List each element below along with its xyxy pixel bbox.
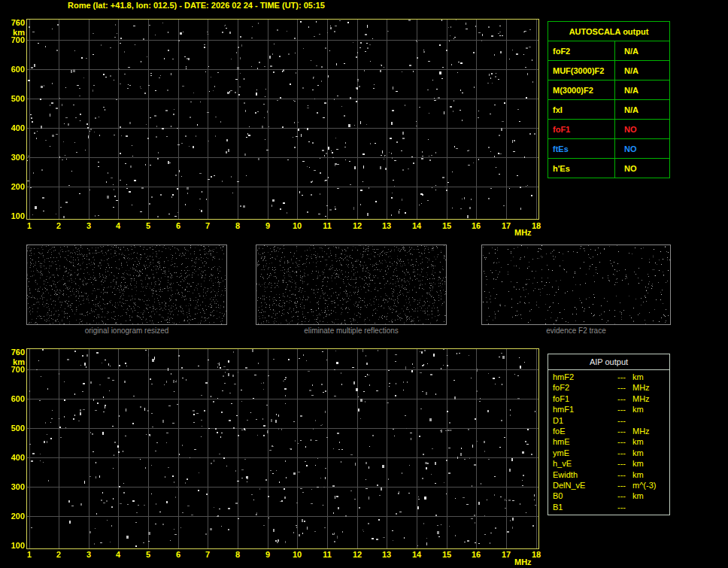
- aip-param-label: B1: [548, 502, 617, 512]
- autoscala-row-hes: h'EsNO: [548, 159, 670, 178]
- aip-param-unit: [632, 502, 669, 512]
- autoscala-row-fxi: fxIN/A: [548, 100, 670, 120]
- panel-caption-eliminate-reflections: eliminate multiple reflections: [256, 327, 447, 335]
- x-axis-tick-label: 16: [468, 550, 484, 559]
- aip-param-value: ---: [617, 502, 632, 512]
- aip-rows-container: hmF2---kmfoF2---MHzfoF1---MHzhmF1---kmD1…: [548, 370, 669, 515]
- x-axis-tick-label: 14: [408, 221, 425, 230]
- y-axis-tick-label: 400: [3, 453, 25, 462]
- aip-param-unit: km: [632, 436, 669, 447]
- x-axis-tick-label: 10: [289, 221, 305, 230]
- aip-param-value: ---: [617, 393, 632, 404]
- aip-param-label: hmF1: [548, 404, 617, 415]
- aip-param-label: D1: [548, 415, 617, 426]
- aip-row-hve: h_vE---km: [548, 458, 669, 469]
- x-axis-tick-label: 3: [80, 550, 97, 559]
- aip-param-value: ---: [617, 458, 632, 469]
- autoscala-param-label: fxI: [548, 100, 615, 120]
- aip-param-label: h_vE: [548, 458, 617, 469]
- y-axis-tick-label: 300: [3, 153, 25, 162]
- autoscala-param-label: MUF(3000)F2: [548, 61, 615, 80]
- station-date-time-title: Rome (lat: +41.8, lon: 012.5) - DATE: 20…: [68, 1, 325, 10]
- aip-row-d1: D1---: [548, 415, 669, 426]
- aip-row-b0: B0---km: [548, 491, 669, 501]
- autoscala-param-value: NO: [615, 159, 670, 178]
- autoscala-header-row: AUTOSCALA output: [548, 22, 670, 41]
- aip-param-label: hmE: [548, 436, 617, 447]
- x-axis-tick-label: 12: [349, 221, 366, 230]
- aip-row-foe: foE---MHz: [548, 426, 669, 436]
- y-axis-tick-label: 200: [3, 512, 25, 521]
- autoscala-param-label: ftEs: [548, 139, 615, 159]
- x-axis-tick-label: 16: [468, 221, 484, 230]
- aip-param-unit: km: [632, 404, 669, 415]
- y-axis-tick-label: 500: [3, 94, 25, 103]
- x-axis-tick-label: 17: [498, 221, 514, 230]
- aip-param-unit: km: [632, 491, 669, 501]
- aip-row-hme: hmE---km: [548, 436, 669, 447]
- autoscala-output-table: AUTOSCALA output foF2N/AMUF(3000)F2N/AM(…: [548, 21, 670, 178]
- x-axis-tick-label: 8: [229, 221, 246, 230]
- aip-param-label: foF2: [548, 382, 617, 393]
- x-axis-tick-label: 7: [199, 221, 216, 230]
- ionogram-top-plot: [26, 19, 539, 220]
- autoscala-param-label: M(3000)F2: [548, 80, 615, 100]
- aip-table-header: AIP output: [548, 354, 669, 370]
- autoscala-row-muf3000f2: MUF(3000)F2N/A: [548, 61, 670, 80]
- panel-original-ionogram: [26, 245, 227, 325]
- x-axis-tick-label: 13: [378, 221, 395, 230]
- panel-eliminate-multiple-reflections: [256, 245, 447, 325]
- aip-param-label: foF1: [548, 393, 617, 404]
- autoscala-param-label: h'Es: [548, 159, 615, 178]
- autoscala-param-label: foF1: [548, 120, 615, 139]
- aip-row-yme: ymE---km: [548, 448, 669, 458]
- x-axis-tick-label: 9: [259, 550, 276, 559]
- aip-param-unit: MHz: [632, 393, 669, 404]
- y-axis-tick-label: 500: [3, 424, 25, 433]
- aip-param-value: ---: [617, 448, 632, 458]
- x-axis-tick-label: 4: [110, 221, 126, 230]
- aip-param-value: ---: [617, 469, 632, 480]
- aip-row-delnve: DelN_vE---m^(-3): [548, 480, 669, 491]
- aip-row-hmf1: hmF1---km: [548, 404, 669, 415]
- y-axis-tick-label: 100: [3, 541, 25, 550]
- aip-row-fof2: foF2---MHz: [548, 382, 669, 393]
- x-axis-tick-label: 18: [528, 221, 544, 230]
- panel-evidence-f2-trace: [481, 245, 671, 325]
- autoscala-param-value: NO: [615, 139, 670, 159]
- y-axis-tick-label: 200: [3, 182, 25, 191]
- autoscala-param-label: foF2: [548, 41, 615, 61]
- autoscala-param-value: N/A: [615, 80, 670, 100]
- aip-output-table: AIP output hmF2---kmfoF2---MHzfoF1---MHz…: [548, 354, 670, 515]
- aip-row-hmf2: hmF2---km: [548, 372, 669, 382]
- y-axis-tick-label: 600: [3, 65, 25, 74]
- aip-param-unit: km: [632, 448, 669, 458]
- y-axis-tick-label: 300: [3, 482, 25, 491]
- x-axis-tick-label: 8: [229, 550, 246, 559]
- x-axis-tick-label: 10: [289, 550, 305, 559]
- aip-param-value: ---: [617, 480, 632, 491]
- autoscala-param-value: N/A: [615, 61, 670, 80]
- panel-caption-evidence-f2: evidence F2 trace: [481, 327, 671, 335]
- aip-param-value: ---: [617, 382, 632, 393]
- x-axis-tick-label: 5: [140, 550, 156, 559]
- x-axis-tick-label: 11: [319, 550, 335, 559]
- aip-param-label: B0: [548, 491, 617, 501]
- aip-param-unit: km: [632, 372, 669, 382]
- x-axis-tick-label: 9: [259, 221, 276, 230]
- x-axis-tick-label: 15: [438, 221, 455, 230]
- aip-param-value: ---: [617, 372, 632, 382]
- x-axis-tick-label: 1: [21, 221, 38, 230]
- aip-param-label: Ewidth: [548, 469, 617, 480]
- y-axis-tick-label: 100: [3, 211, 25, 220]
- y-axis-tick-label: 700: [3, 365, 25, 374]
- aip-param-unit: MHz: [632, 382, 669, 393]
- aip-row-ewidth: Ewidth---km: [548, 469, 669, 480]
- ionogram-bottom-plot: [26, 348, 539, 549]
- autoscala-param-value: NO: [615, 120, 670, 139]
- x-axis-tick-label: 13: [378, 550, 395, 559]
- aip-param-unit: m^(-3): [632, 480, 669, 491]
- y-axis-tick-label: 700: [3, 35, 25, 44]
- x-axis-tick-label: 14: [408, 550, 425, 559]
- autoscala-row-fof1: foF1NO: [548, 120, 670, 139]
